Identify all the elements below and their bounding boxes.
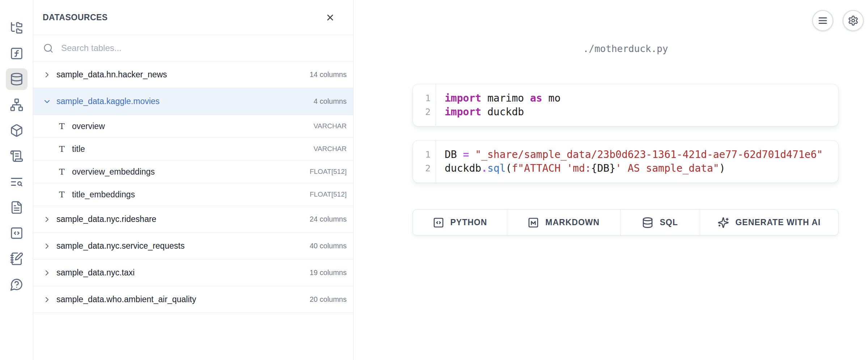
column-name: title_embeddings: [72, 190, 135, 200]
add-cell-sql-button[interactable]: SQL: [621, 210, 700, 235]
documentation-icon[interactable]: [6, 197, 27, 218]
text-type-icon: T: [58, 190, 66, 199]
chevron-right-icon[interactable]: [43, 295, 51, 304]
main-area: ./motherduck.py 12import marimo as moimp…: [353, 0, 868, 360]
table-column-count: 4 columns: [314, 97, 347, 106]
line-numbers: 12: [413, 84, 436, 126]
help-icon[interactable]: [6, 274, 27, 295]
add-cell-toolbar: PYTHONMARKDOWNSQLGENERATE WITH AI: [412, 209, 839, 236]
column-type: VARCHAR: [314, 122, 347, 130]
table-row[interactable]: sample_data.who.ambient_air_quality20 co…: [33, 286, 353, 313]
table-name: sample_data.hn.hacker_news: [56, 70, 167, 80]
panel-header: DATASOURCES: [33, 0, 353, 35]
cells-container: 12import marimo as moimport duckdb12DB =…: [412, 84, 839, 183]
explorer-icon[interactable]: [6, 17, 27, 39]
topbar-actions: [812, 10, 864, 31]
column-name: overview_embeddings: [72, 167, 155, 177]
code-editor[interactable]: DB = "_share/sample_data/23b0d623-1361-4…: [436, 141, 838, 183]
column-row[interactable]: ToverviewVARCHAR: [33, 115, 353, 138]
add-cell-button-label: PYTHON: [450, 218, 487, 227]
square-m-icon: [528, 217, 539, 228]
add-cell-python-button[interactable]: PYTHON: [413, 210, 507, 235]
column-row[interactable]: TtitleVARCHAR: [33, 138, 353, 160]
snippets-icon[interactable]: [6, 222, 27, 244]
line-numbers: 12: [413, 141, 436, 183]
chevron-right-icon[interactable]: [43, 70, 51, 79]
code-cell[interactable]: 12import marimo as moimport duckdb: [412, 84, 839, 127]
notebook-column: ./motherduck.py 12import marimo as moimp…: [412, 43, 839, 236]
add-cell-button-label: GENERATE WITH AI: [735, 218, 821, 227]
column-name: overview: [72, 121, 105, 131]
text-search-icon[interactable]: [6, 171, 27, 193]
activity-bar: [0, 0, 33, 360]
table-name: sample_data.kaggle.movies: [56, 97, 160, 106]
table-row[interactable]: sample_data.hn.hacker_news14 columns: [33, 61, 353, 88]
table-column-count: 24 columns: [310, 215, 347, 223]
column-type: FLOAT[512]: [310, 168, 347, 176]
chevron-right-icon[interactable]: [43, 215, 51, 224]
database-icon: [642, 217, 653, 228]
add-cell-markdown-button[interactable]: MARKDOWN: [507, 210, 621, 235]
add-cell-button-label: SQL: [660, 218, 678, 227]
square-code-icon: [433, 217, 444, 228]
close-icon[interactable]: [323, 10, 337, 25]
add-cell-generate-with-ai-button[interactable]: GENERATE WITH AI: [700, 210, 838, 235]
table-row[interactable]: sample_data.nyc.rideshare24 columns: [33, 206, 353, 233]
text-type-icon: T: [58, 121, 66, 131]
chevron-right-icon[interactable]: [43, 269, 51, 277]
text-type-icon: T: [58, 167, 66, 176]
code-cell[interactable]: 12DB = "_share/sample_data/23b0d623-1361…: [412, 140, 839, 183]
sparkles-icon: [717, 217, 729, 228]
dependencies-icon[interactable]: [6, 94, 27, 116]
column-row[interactable]: Toverview_embeddingsFLOAT[512]: [33, 160, 353, 183]
table-column-count: 14 columns: [310, 70, 347, 79]
search-input[interactable]: [61, 43, 344, 53]
column-type: FLOAT[512]: [310, 190, 347, 198]
text-type-icon: T: [58, 144, 66, 154]
chevron-down-icon[interactable]: [43, 97, 51, 106]
tables-list: sample_data.hn.hacker_news14 columnssamp…: [33, 61, 353, 313]
datasources-panel: DATASOURCES sample_data.hn.hacker_news14…: [33, 0, 353, 360]
table-name: sample_data.nyc.taxi: [56, 268, 135, 278]
code-editor[interactable]: import marimo as moimport duckdb: [436, 84, 838, 126]
chevron-right-icon[interactable]: [43, 242, 51, 250]
gear-icon[interactable]: [843, 10, 864, 31]
column-type: VARCHAR: [314, 145, 347, 153]
search-icon: [43, 43, 54, 53]
table-row[interactable]: sample_data.nyc.service_requests40 colum…: [33, 233, 353, 260]
table-name: sample_data.who.ambient_air_quality: [56, 295, 196, 304]
notebook-filename[interactable]: ./motherduck.py: [412, 43, 839, 56]
table-column-count: 19 columns: [310, 269, 347, 277]
table-name: sample_data.nyc.rideshare: [56, 214, 156, 224]
menu-icon[interactable]: [812, 10, 833, 31]
variables-icon[interactable]: [6, 43, 27, 64]
packages-icon[interactable]: [6, 120, 27, 141]
logs-icon[interactable]: [6, 145, 27, 167]
datasources-icon[interactable]: [6, 68, 27, 90]
table-name: sample_data.nyc.service_requests: [56, 241, 185, 251]
table-row[interactable]: sample_data.kaggle.movies4 columns: [33, 88, 353, 115]
column-row[interactable]: Ttitle_embeddingsFLOAT[512]: [33, 183, 353, 206]
table-column-count: 40 columns: [310, 242, 347, 250]
app-root: DATASOURCES sample_data.hn.hacker_news14…: [0, 0, 868, 360]
column-name: title: [72, 144, 85, 154]
panel-title: DATASOURCES: [43, 13, 108, 22]
table-row[interactable]: sample_data.nyc.taxi19 columns: [33, 260, 353, 286]
table-column-count: 20 columns: [310, 295, 347, 304]
search-bar: [33, 35, 353, 61]
add-cell-button-label: MARKDOWN: [545, 218, 600, 227]
scratchpad-icon[interactable]: [6, 248, 27, 270]
